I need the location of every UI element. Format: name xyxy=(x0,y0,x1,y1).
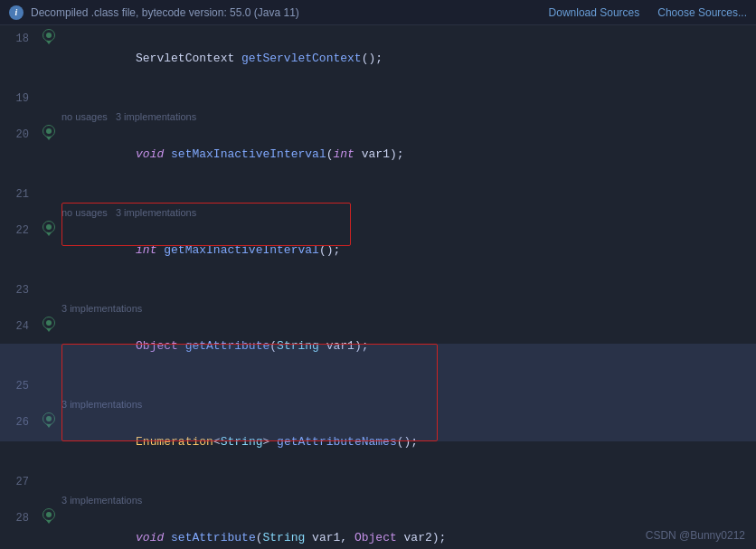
code-line-21: 21 xyxy=(0,185,756,204)
gutter-icon-28[interactable] xyxy=(43,508,55,521)
meta-text-20: no usages 3 implementations xyxy=(61,111,196,122)
titlebar-left: i Decompiled .class file, bytecode versi… xyxy=(9,5,299,20)
code-line-24: 24 Object getAttribute(String var1); xyxy=(0,317,756,376)
meta-line-28-pre: 3 implementations xyxy=(0,492,756,508)
code-line-20: 20 void setMaxInactiveInterval(int var1)… xyxy=(0,125,756,185)
gutter-icon-22[interactable] xyxy=(43,221,55,233)
code-line-28: 28 void setAttribute(String var1, Object… xyxy=(0,508,756,549)
download-sources-link[interactable]: Download Sources xyxy=(549,6,640,19)
code-line-25: 25 xyxy=(0,376,756,396)
line-number-23: 23 xyxy=(0,280,36,300)
gutter-28[interactable] xyxy=(36,508,61,521)
gutter-icon-24[interactable] xyxy=(43,317,55,329)
line-number-26: 26 xyxy=(0,412,36,432)
code-line-27: 27 xyxy=(0,472,756,492)
line-number-19: 19 xyxy=(0,89,36,109)
line-content-26: Enumeration<String> getAttributeNames(); xyxy=(61,412,756,472)
line-content-22: int getMaxInactiveInterval(); xyxy=(61,221,756,280)
info-icon: i xyxy=(9,5,24,20)
code-line-22: 22 int getMaxInactiveInterval(); xyxy=(0,221,756,280)
line-content-24: Object getAttribute(String var1); xyxy=(61,317,756,376)
gutter-22[interactable] xyxy=(36,221,61,233)
gutter-icon-26[interactable] xyxy=(43,412,55,425)
titlebar-title: Decompiled .class file, bytecode version… xyxy=(31,6,299,19)
line-number-28: 28 xyxy=(0,508,36,528)
code-area: 18 ServletContext getServletContext(); 1… xyxy=(0,25,756,549)
line-number-24: 24 xyxy=(0,317,36,336)
gutter-24[interactable] xyxy=(36,317,61,329)
meta-text-24: 3 implementations xyxy=(61,303,142,314)
meta-line-22: no usages 3 implementations xyxy=(0,204,756,221)
choose-sources-link[interactable]: Choose Sources... xyxy=(657,6,747,19)
titlebar: i Decompiled .class file, bytecode versi… xyxy=(0,0,756,25)
line-number-27: 27 xyxy=(0,472,36,492)
line-number-21: 21 xyxy=(0,185,36,204)
line-content-28: void setAttribute(String var1, Object va… xyxy=(61,508,756,549)
meta-text-28: 3 implementations xyxy=(61,495,142,506)
code-line-26: 26 Enumeration<String> getAttributeNames… xyxy=(0,412,756,472)
gutter-18[interactable] xyxy=(36,29,61,42)
meta-line-26-pre: 3 implementations xyxy=(0,396,756,412)
code-line-18: 18 ServletContext getServletContext(); xyxy=(0,29,756,89)
meta-text-26: 3 implementations xyxy=(61,399,142,410)
gutter-26[interactable] xyxy=(36,412,61,425)
line-content-20: void setMaxInactiveInterval(int var1); xyxy=(61,125,756,185)
code-line-23: 23 xyxy=(0,280,756,300)
gutter-icon-20[interactable] xyxy=(43,125,55,137)
line-number-20: 20 xyxy=(0,125,36,145)
meta-line-20: no usages 3 implementations xyxy=(0,109,756,125)
meta-text-22: no usages 3 implementations xyxy=(61,207,196,218)
titlebar-right: Download Sources Choose Sources... xyxy=(549,6,747,19)
code-line-19: 19 xyxy=(0,89,756,109)
gutter-20[interactable] xyxy=(36,125,61,137)
line-content-18: ServletContext getServletContext(); xyxy=(61,29,756,89)
line-number-25: 25 xyxy=(0,376,36,396)
line-number-18: 18 xyxy=(0,29,36,49)
meta-line-24-pre: 3 implementations xyxy=(0,300,756,317)
line-number-22: 22 xyxy=(0,221,36,241)
gutter-icon-18[interactable] xyxy=(43,29,55,42)
